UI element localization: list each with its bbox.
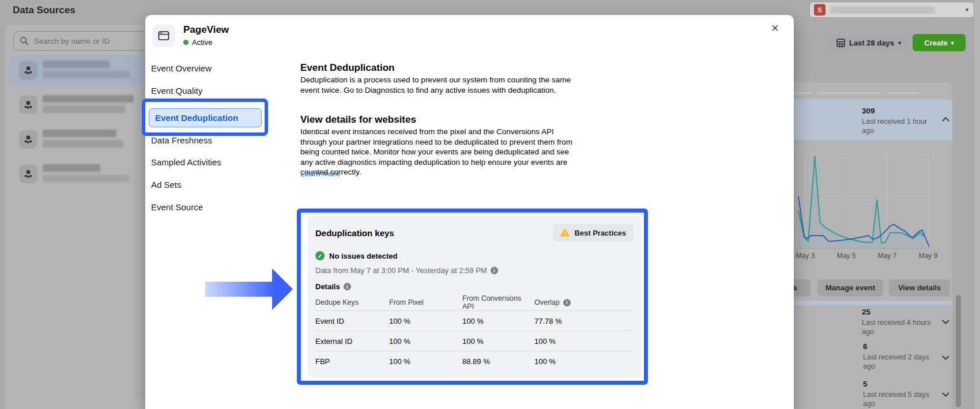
column-header-redacted <box>793 92 811 94</box>
tab-event-quality[interactable]: Event Quality <box>151 86 202 96</box>
x-tick-label: May 3 <box>796 252 815 260</box>
pixel-source-icon <box>19 96 37 114</box>
manage-event-button[interactable]: Manage event <box>817 279 883 296</box>
page-title: Data Sources <box>13 5 76 16</box>
create-button[interactable]: Create ▾ <box>913 34 966 51</box>
pixel-source-icon <box>19 61 37 79</box>
event-trend-chart <box>797 153 929 249</box>
x-tick-label: May 5 <box>837 252 856 260</box>
chevron-down-icon[interactable] <box>942 320 949 324</box>
date-range-button[interactable]: Last 28 days ▾ <box>828 34 909 51</box>
chevron-up-icon[interactable] <box>942 117 949 122</box>
avatar: S <box>814 4 826 16</box>
redacted-text <box>43 71 130 78</box>
subsection-body: Identical event instances received from … <box>300 127 576 177</box>
chevron-down-icon[interactable] <box>942 355 949 360</box>
account-name-redacted <box>830 6 935 14</box>
x-tick-label: May 7 <box>878 252 897 260</box>
redacted-text <box>43 175 129 182</box>
chevron-down-icon: ▾ <box>951 40 954 46</box>
event-last-received: Last received 1 hour ago <box>862 117 932 135</box>
event-count: 6 <box>863 342 933 351</box>
view-details-button[interactable]: View details <box>889 279 950 296</box>
chevron-down-icon[interactable] <box>942 392 949 397</box>
x-tick-label: May 9 <box>919 252 938 260</box>
annotation-box-nav <box>142 99 268 136</box>
calendar-grid-icon <box>836 39 845 47</box>
tab-event-overview[interactable]: Event Overview <box>151 63 212 73</box>
event-last-received: Last received 4 hours ago <box>862 318 932 336</box>
create-label: Create <box>924 39 947 47</box>
redacted-text <box>43 60 110 68</box>
screen: Data Sources S ▾ Last 28 days ▾ Create ▾… <box>0 0 980 409</box>
collapsed-event-row[interactable]: 6 Last received 2 days ago <box>863 342 933 371</box>
browser-window-icon <box>152 24 175 47</box>
status-label: Active <box>192 38 212 47</box>
event-last-received: Last received 2 days ago <box>863 353 933 371</box>
collapsed-event-row[interactable]: 25 Last received 4 hours ago <box>862 308 932 336</box>
event-count: 5 <box>863 380 933 388</box>
modal-title: PageView <box>183 24 229 36</box>
annotation-arrow <box>205 268 293 310</box>
tab-data-freshness[interactable]: Data Freshness <box>151 135 212 145</box>
active-status-dot <box>183 40 189 45</box>
column-header-redacted <box>817 92 880 94</box>
account-switcher[interactable]: S ▾ <box>809 2 974 18</box>
close-icon[interactable]: × <box>771 22 779 35</box>
event-count: 309 <box>862 107 932 115</box>
tab-event-source[interactable]: Event Source <box>151 202 203 212</box>
chevron-down-icon: ▾ <box>966 6 968 13</box>
subsection-heading: View details for websites <box>300 114 416 126</box>
search-icon <box>20 36 29 46</box>
redacted-text <box>43 164 100 172</box>
redacted-text <box>43 95 134 103</box>
tab-sampled-activities[interactable]: Sampled Activities <box>151 157 221 167</box>
learn-more-link[interactable]: Learn more <box>300 169 340 178</box>
trend-chart-svg <box>797 153 929 249</box>
redacted-text <box>43 140 123 147</box>
section-body: Deduplication is a process used to preve… <box>300 75 576 95</box>
redacted-text <box>43 130 116 137</box>
event-last-received: Last received 5 days ago <box>863 390 933 408</box>
date-range-label: Last 28 days <box>849 39 894 47</box>
section-heading: Event Deduplication <box>300 62 394 74</box>
page-scrollbar-track[interactable] <box>974 0 980 409</box>
chevron-down-icon: ▾ <box>898 40 901 46</box>
collapsed-event-row[interactable]: 5 Last received 5 days ago <box>863 380 933 408</box>
search-placeholder: Search by name or ID <box>34 37 110 46</box>
redacted-text <box>43 105 125 113</box>
column-header-redacted <box>888 92 921 94</box>
pixel-source-icon <box>19 130 37 149</box>
event-count: 25 <box>862 308 932 316</box>
list-scrollbar[interactable] <box>956 295 961 407</box>
pixel-source-icon <box>19 165 37 183</box>
status-badge: Active <box>183 38 212 47</box>
tab-ad-sets[interactable]: Ad Sets <box>151 180 182 190</box>
annotation-box-card <box>297 209 648 385</box>
